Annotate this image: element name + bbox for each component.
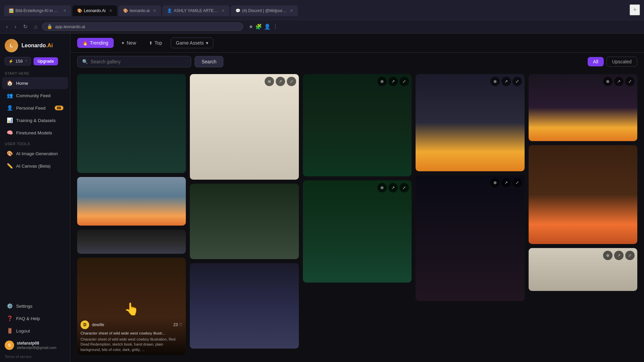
download-icon-btn[interactable]: ↗: [614, 77, 624, 86]
download-icon-btn[interactable]: ↗: [501, 178, 511, 187]
nav-label-settings: Settings: [16, 304, 33, 309]
tab-label: ASHLY YAMILE ARTEAGA BLAN...: [174, 8, 218, 13]
search-input-wrap: 🔍: [77, 56, 191, 67]
remix-icon-btn[interactable]: ⊕: [603, 251, 612, 260]
token-icon: ⚡: [8, 59, 13, 64]
download-icon-btn[interactable]: ↗: [614, 251, 624, 260]
close-icon[interactable]: ✕: [63, 8, 66, 13]
browser-tab-tab5[interactable]: 💬(4) Discord | @Midjourney Bot✕: [231, 5, 298, 16]
search-button[interactable]: Search: [195, 56, 223, 67]
upgrade-button[interactable]: Upgrade: [34, 57, 58, 65]
browser-tab-tab2[interactable]: 🎨Leonardo.Ai✕: [72, 5, 117, 16]
item-actions: ⊕ ↗ ⤢: [490, 77, 522, 86]
remix-icon-btn[interactable]: ⊕: [603, 77, 612, 86]
filter-all-button[interactable]: All: [588, 57, 604, 66]
expand-icon-btn[interactable]: ⤢: [625, 77, 635, 86]
gallery-item[interactable]: [77, 177, 186, 226]
back-button[interactable]: ‹: [4, 22, 10, 31]
download-icon-btn[interactable]: ↗: [501, 77, 511, 86]
forward-button[interactable]: ›: [12, 22, 18, 31]
gallery-item[interactable]: ⊕ ↗ ⤢: [529, 74, 637, 141]
tab-favicon: 🎨: [77, 8, 82, 13]
sidebar-item-community-feed[interactable]: 👥Community Feed: [2, 89, 68, 102]
gallery-item[interactable]: ⊕ ↗ ⤢: [416, 74, 524, 171]
sidebar-item-settings[interactable]: ⚙️Settings: [2, 300, 68, 312]
nav-label-community-feed: Community Feed: [16, 93, 51, 98]
address-text: app.leonardo.ai: [55, 24, 85, 29]
expand-icon-btn[interactable]: ⤢: [513, 178, 522, 187]
search-icon: 🔍: [82, 59, 88, 64]
expand-icon-btn[interactable]: ⤢: [625, 251, 635, 260]
expand-icon-btn[interactable]: ⤢: [513, 77, 522, 86]
sidebar-item-training-datasets[interactable]: 📊Training & Datasets: [2, 114, 68, 126]
gallery-item[interactable]: [190, 263, 299, 349]
gallery-item[interactable]: ⊕ ↗ ⤢: [416, 175, 524, 301]
cursor-overlay: 👆: [124, 302, 139, 316]
download-icon-btn[interactable]: ↗: [388, 183, 398, 192]
remix-icon-btn[interactable]: ⊕: [377, 77, 387, 86]
gallery-item[interactable]: ⊕ ↗ ⤢: [303, 74, 412, 176]
start-here-label: Start Here: [0, 69, 70, 77]
logo-text: Leonardo.Ai: [21, 43, 53, 49]
view-filter: All Upscaled: [588, 57, 637, 67]
browser-tab-tab4[interactable]: 👤ASHLY YAMILE ARTEAGA BLAN...✕: [162, 5, 229, 16]
item-username: dewille: [92, 322, 171, 327]
sidebar-item-logout[interactable]: 🚪Logout: [2, 325, 68, 337]
token-help-icon: ?: [25, 59, 27, 64]
toolbar-tab-trending[interactable]: 🔥Trending: [77, 38, 114, 48]
tab-label: Leonardo.Ai: [84, 8, 106, 13]
sidebar-item-ai-canvas[interactable]: ✏️AI Canvas (Beta): [2, 160, 68, 172]
gallery-item[interactable]: 👆 D dewille 23 ♡ Character sheet of wild…: [77, 258, 186, 355]
gallery-item[interactable]: ⊕ ↗ ⤢: [529, 248, 637, 291]
browser-tab-tab3[interactable]: 🎨leonardo.ai✕: [118, 5, 161, 16]
toolbar-tab-new[interactable]: ✦New: [116, 38, 142, 48]
sidebar-item-home[interactable]: 🏠Home: [2, 77, 68, 89]
sidebar-item-ai-image-generation[interactable]: 🎨AI Image Generation: [2, 147, 68, 160]
nav-icon-settings: ⚙️: [7, 303, 13, 309]
download-icon-btn[interactable]: ↗: [276, 77, 285, 86]
user-tools-label: User Tools: [0, 139, 70, 147]
nav-label-training-datasets: Training & Datasets: [16, 118, 56, 123]
gallery-item[interactable]: [77, 74, 186, 173]
toolbar-tab-top[interactable]: ⬆Top: [144, 38, 168, 48]
address-bar[interactable]: 🔒 app.leonardo.ai: [42, 22, 243, 31]
game-assets-label: Game Assets: [176, 40, 204, 46]
search-input[interactable]: [91, 59, 186, 64]
expand-icon-btn[interactable]: ⤢: [399, 183, 409, 192]
terms-link[interactable]: Terms of service: [0, 353, 70, 362]
reload-button[interactable]: ↻: [21, 22, 30, 31]
sidebar-item-personal-feed[interactable]: 👤Personal Feed88: [2, 102, 68, 114]
sidebar-item-finetuned-models[interactable]: 🧠Finetuned Models: [2, 127, 68, 139]
remix-icon-btn[interactable]: ⊕: [490, 178, 500, 187]
remix-icon-btn[interactable]: ⊕: [490, 77, 500, 86]
home-nav-button[interactable]: ⌂: [32, 22, 40, 31]
sidebar-header: L Leonardo.Ai: [0, 34, 70, 55]
close-icon[interactable]: ✕: [290, 8, 293, 13]
gallery-item[interactable]: ⊕ ↗ ⤢: [190, 74, 299, 180]
gallery-item[interactable]: [77, 230, 186, 254]
tab-favicon: 🎨: [123, 8, 128, 13]
gallery-item[interactable]: [190, 184, 299, 259]
token-row: ⚡ 158 ? Upgrade: [0, 55, 70, 69]
tab-favicon: 👤: [167, 8, 172, 13]
gallery-item[interactable]: [529, 145, 637, 244]
close-icon[interactable]: ✕: [153, 8, 156, 13]
download-icon-btn[interactable]: ↗: [388, 77, 398, 86]
new-tab-button[interactable]: +: [630, 4, 640, 15]
gallery-item[interactable]: ⊕ ↗ ⤢: [303, 180, 412, 283]
game-assets-dropdown[interactable]: Game Assets ▾: [171, 38, 213, 48]
item-likes: 23 ♡: [173, 322, 183, 327]
nav-icon-training-datasets: 📊: [7, 117, 13, 123]
browser-tab-tab1[interactable]: 🖼️Bild-Erstellungs-KI in der Übers...✕: [4, 5, 71, 16]
user-name: stefanstp08: [17, 341, 56, 346]
bookmark-icon: ★: [249, 23, 253, 30]
close-icon[interactable]: ✕: [109, 8, 112, 13]
close-icon[interactable]: ✕: [221, 8, 225, 13]
expand-icon-btn[interactable]: ⤢: [287, 77, 296, 86]
remix-icon-btn[interactable]: ⊕: [377, 183, 387, 192]
sidebar-item-faq[interactable]: ❓FAQ & Help: [2, 312, 68, 324]
filter-upscaled-button[interactable]: Upscaled: [606, 57, 637, 67]
remix-icon-btn[interactable]: ⊕: [265, 77, 274, 86]
nav-label-home: Home: [16, 81, 28, 86]
expand-icon-btn[interactable]: ⤢: [399, 77, 409, 86]
